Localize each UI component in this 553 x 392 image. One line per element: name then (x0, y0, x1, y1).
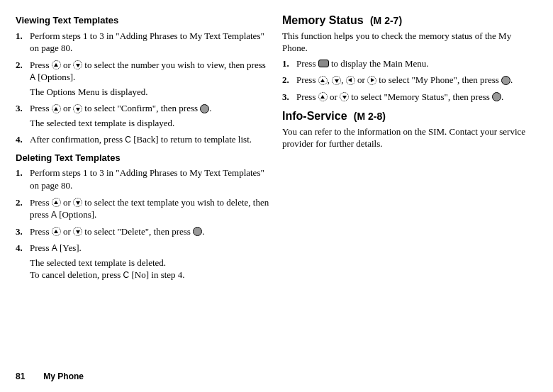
list-item: 2. Press , , or to select "My Phone", th… (282, 74, 536, 86)
step-text: Press or to select "Confirm", then press… (30, 102, 269, 129)
deleting-title: Deleting Text Templates (16, 152, 269, 164)
down-icon (73, 104, 82, 113)
up-icon (318, 76, 328, 85)
key-a: A (30, 72, 35, 83)
step-number: 1. (282, 57, 296, 70)
step-number: 3. (282, 91, 296, 103)
step-followup: To cancel deletion, press C [No] in step… (30, 269, 269, 281)
step-text: Press , , or to select "My Phone", then … (296, 74, 536, 86)
step-followup: The Options Menu is displayed. (30, 86, 269, 99)
right-icon (367, 76, 376, 85)
down-icon (73, 60, 82, 69)
memory-intro: This function helps you to check the mem… (282, 30, 536, 55)
ok-icon (492, 92, 501, 101)
down-icon (332, 76, 341, 85)
list-item: 2. Press or to select the number you wis… (16, 59, 269, 99)
menu-icon (318, 60, 329, 67)
step-number: 1. (16, 30, 30, 43)
step-text: Press or to select "Memory Status", then… (296, 91, 536, 103)
memory-title: Memory Status (282, 13, 364, 28)
list-item: 1. Perform steps 1 to 3 in "Adding Phras… (16, 167, 269, 191)
step-text: Press or to select "Delete", then press … (30, 225, 269, 238)
info-mcode: (M 2-8) (354, 111, 386, 122)
step-text: Press to display the Main Menu. (296, 57, 536, 70)
ok-icon (193, 227, 202, 236)
list-item: 2. Press or to select the text template … (16, 196, 269, 221)
step-number: 2. (16, 196, 30, 209)
step-text: Press or to select the number you wish t… (30, 59, 269, 99)
step-number: 4. (16, 242, 30, 254)
info-title: Info-Service (282, 108, 347, 124)
up-icon (318, 92, 328, 101)
up-icon (52, 227, 61, 236)
ok-icon (200, 104, 209, 113)
memory-mcode: (M 2-7) (370, 15, 402, 26)
step-number: 3. (16, 225, 30, 238)
down-icon (340, 92, 349, 101)
step-text: Press or to select the text template you… (30, 196, 269, 221)
deleting-steps: 1. Perform steps 1 to 3 in "Adding Phras… (16, 167, 269, 281)
list-item: 3. Press or to select "Memory Status", t… (282, 91, 536, 103)
step-number: 4. (16, 133, 30, 146)
list-item: 1. Perform steps 1 to 3 in "Adding Phras… (16, 30, 269, 55)
list-item: 3. Press or to select "Delete", then pre… (16, 225, 269, 238)
list-item: 1. Press to display the Main Menu. (282, 57, 536, 70)
key-a: A (51, 209, 57, 220)
list-item: 4. After confirmation, press C [Back] to… (16, 133, 269, 146)
right-column: Memory Status (M 2-7) This function help… (282, 13, 536, 287)
up-icon (52, 198, 61, 207)
step-followup: The selected text template is displayed. (30, 117, 269, 130)
step-number: 2. (282, 74, 296, 86)
down-icon (73, 198, 82, 207)
down-icon (73, 227, 82, 236)
viewing-title: Viewing Text Templates (16, 14, 269, 27)
step-number: 2. (16, 59, 30, 72)
info-intro: You can refer to the information on the … (282, 125, 536, 150)
ok-icon (501, 76, 510, 85)
page-footer: 81 My Phone (16, 371, 84, 382)
key-c: C (123, 269, 130, 281)
info-heading-row: Info-Service (M 2-8) (282, 108, 536, 124)
page-number: 81 (16, 371, 41, 382)
memory-heading-row: Memory Status (M 2-7) (282, 13, 536, 28)
up-icon (52, 60, 61, 69)
up-icon (52, 104, 61, 113)
left-column: Viewing Text Templates 1. Perform steps … (16, 13, 269, 287)
step-text: Perform steps 1 to 3 in "Adding Phrases … (30, 30, 269, 55)
footer-section: My Phone (43, 371, 84, 381)
step-text: After confirmation, press C [Back] to re… (30, 133, 269, 146)
list-item: 3. Press or to select "Confirm", then pr… (16, 102, 269, 129)
list-item: 4. Press A [Yes]. The selected text temp… (16, 242, 269, 281)
key-c: C (125, 134, 131, 145)
step-number: 1. (16, 167, 30, 179)
key-a: A (52, 242, 57, 254)
step-followup: The selected text template is deleted. (30, 257, 269, 269)
step-text: Perform steps 1 to 3 in "Adding Phrases … (30, 167, 269, 191)
step-text: Press A [Yes]. The selected text templat… (30, 242, 269, 281)
left-icon (346, 76, 355, 85)
viewing-steps: 1. Perform steps 1 to 3 in "Adding Phras… (16, 30, 269, 146)
memory-steps: 1. Press to display the Main Menu. 2. Pr… (282, 57, 536, 103)
step-number: 3. (16, 102, 30, 115)
